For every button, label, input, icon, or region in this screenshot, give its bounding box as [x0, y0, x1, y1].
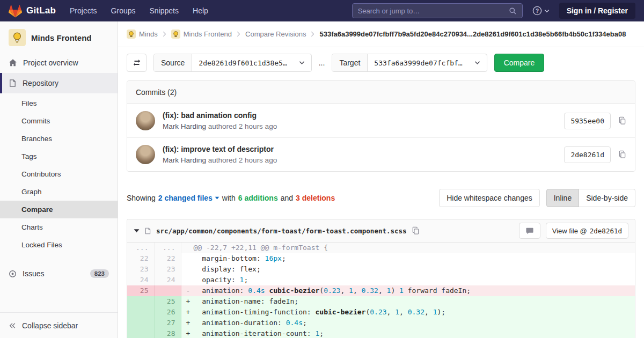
diff-line-del: 25- animation: 0.4s cubic-bezier(0.23, 1…: [127, 285, 635, 296]
sidebar-item-tags[interactable]: Tags: [0, 148, 118, 165]
nav-groups[interactable]: Groups: [111, 6, 136, 15]
issues-count-badge: 823: [90, 269, 109, 278]
diff-line-add: 25+ animation-name: fadeIn;: [127, 296, 635, 307]
chevron-right-icon: [311, 31, 314, 37]
commit-author-link[interactable]: Mark Harding: [163, 156, 206, 164]
sidebar-item-charts[interactable]: Charts: [0, 218, 118, 236]
diff-old-line-number[interactable]: [127, 307, 154, 318]
diff-new-line-number[interactable]: 28: [154, 328, 181, 338]
sidebar-item-label: Repository: [23, 79, 58, 87]
diff-line-marker: [186, 264, 194, 275]
copy-sha-button[interactable]: [618, 116, 626, 125]
diff-code-cell: margin-bottom: 16px;: [181, 253, 635, 264]
collapse-diff-caret-icon[interactable]: [134, 229, 140, 233]
source-ref-dropdown[interactable]: 2de8261d9f601c1d38e5…: [192, 54, 311, 71]
copy-path-button[interactable]: [412, 226, 420, 235]
search-input[interactable]: [358, 7, 509, 15]
diff-table: ...... @@ -22,7 +22,11 @@ m-formToast {2…: [127, 243, 635, 338]
diff-stats-text: and: [281, 194, 293, 202]
diff-line-marker: +: [186, 296, 194, 307]
commit-title-link[interactable]: (fix): bad animation config: [163, 111, 557, 120]
sidebar-item-graph[interactable]: Graph: [0, 183, 118, 201]
commit-author-link[interactable]: Mark Harding: [163, 122, 206, 130]
diff-code-cell: opacity: 1;: [181, 275, 635, 285]
commit-author-avatar[interactable]: [136, 145, 155, 164]
sidebar-item-commits[interactable]: Commits: [0, 112, 118, 130]
sidebar-item-locked-files[interactable]: Locked Files: [0, 236, 118, 254]
diff-line-add: 27+ animation-duration: 0.4s;: [127, 318, 635, 328]
source-ref-group: Source 2de8261d9f601c1d38e5…: [153, 54, 312, 72]
swap-icon: [133, 58, 141, 67]
sidebar-item-project-overview[interactable]: Project overview: [0, 53, 118, 73]
diff-new-line-number[interactable]: 26: [154, 307, 181, 318]
chevron-right-icon: [237, 31, 240, 37]
commit-sha-button[interactable]: 5935ee00: [564, 113, 611, 129]
diff-code-cell: @@ -22,7 +22,11 @@ m-formToast {: [181, 243, 635, 253]
diff-old-line-number[interactable]: 24: [127, 275, 154, 285]
sidebar-item-compare[interactable]: Compare: [0, 201, 118, 218]
swap-revisions-button[interactable]: [127, 54, 147, 72]
changed-files-dropdown[interactable]: 2 changed files: [158, 194, 219, 202]
diff-new-line-number[interactable]: 23: [154, 264, 181, 275]
global-search[interactable]: [352, 3, 523, 18]
deletions-count: 3 deletions: [296, 194, 335, 202]
diff-new-line-number[interactable]: 27: [154, 318, 181, 328]
main-content: Minds Minds Frontend Compare Revisions 5…: [118, 21, 644, 338]
diff-old-line-number[interactable]: 23: [127, 264, 154, 275]
commits-header: Commits (2): [127, 81, 635, 104]
nav-snippets[interactable]: Snippets: [150, 6, 179, 15]
diff-new-line-number[interactable]: 25: [154, 296, 181, 307]
chevron-down-icon: [474, 61, 480, 65]
project-header[interactable]: Minds Frontend: [0, 21, 118, 53]
collapse-sidebar-button[interactable]: Collapse sidebar: [0, 312, 118, 338]
collapse-sidebar-label: Collapse sidebar: [22, 321, 78, 330]
diff-new-line-number[interactable]: 24: [154, 275, 181, 285]
breadcrumb-group-label: Minds: [139, 30, 158, 38]
sidebar-item-issues[interactable]: Issues 823: [0, 263, 118, 284]
breadcrumb-current: 533fa6a3999de07fcfbff7b9a5fd20e84c270934…: [319, 30, 626, 38]
hide-whitespace-button[interactable]: Hide whitespace changes: [439, 189, 540, 207]
sidebar-item-branches[interactable]: Branches: [0, 130, 118, 148]
search-icon[interactable]: [509, 7, 517, 15]
diff-line-marker: [186, 243, 194, 253]
diff-new-line-number[interactable]: 22: [154, 253, 181, 264]
breadcrumb-group[interactable]: Minds: [127, 30, 158, 39]
sidebar-item-label: Project overview: [23, 58, 78, 67]
target-ref-dropdown[interactable]: 533fa6a3999de07fcfbf…: [368, 54, 486, 71]
diff-old-line-number[interactable]: 25: [127, 285, 154, 296]
comment-icon: [525, 227, 534, 235]
diff-old-line-number[interactable]: [127, 328, 154, 338]
compare-button[interactable]: Compare: [494, 54, 545, 72]
breadcrumb-page[interactable]: Compare Revisions: [245, 30, 306, 38]
top-navbar: GitLab Projects Groups Snippets Help ?: [0, 0, 644, 21]
sidebar-item-contributors[interactable]: Contributors: [0, 165, 118, 183]
nav-projects[interactable]: Projects: [70, 6, 97, 15]
breadcrumb-project[interactable]: Minds Frontend: [171, 30, 232, 39]
view-file-label: View file @: [552, 227, 587, 235]
sign-in-button[interactable]: Sign in / Register: [559, 3, 635, 19]
breadcrumb-page-label: Compare Revisions: [245, 30, 306, 38]
side-by-side-view-button[interactable]: Side-by-side: [579, 189, 635, 207]
gitlab-home-link[interactable]: GitLab: [9, 4, 56, 18]
issues-icon: [9, 270, 17, 278]
copy-sha-button[interactable]: [618, 150, 626, 159]
source-ref-value: 2de8261d9f601c1d38e5…: [199, 59, 287, 67]
sidebar-item-repository[interactable]: Repository: [0, 73, 118, 93]
diff-old-line-number[interactable]: [127, 296, 154, 307]
sidebar-item-files[interactable]: Files: [0, 94, 118, 112]
diff-old-line-number[interactable]: [127, 318, 154, 328]
inline-view-button[interactable]: Inline: [546, 189, 579, 207]
diff-new-line-number[interactable]: [154, 285, 181, 296]
nav-help[interactable]: Help: [193, 6, 208, 15]
diff-file-path[interactable]: src/app/common/components/form-toast/for…: [156, 227, 407, 235]
commits-panel: Commits (2) (fix): bad animation config …: [127, 80, 635, 172]
brand-text: GitLab: [26, 5, 56, 16]
commit-author-avatar[interactable]: [136, 111, 155, 130]
diff-old-line-number[interactable]: 22: [127, 253, 154, 264]
commit-title-link[interactable]: (fix): improve text of descriptor: [163, 145, 557, 153]
help-menu[interactable]: ?: [532, 6, 550, 16]
diff-code-cell: + animation-name: fadeIn;: [181, 296, 635, 307]
commit-sha-button[interactable]: 2de8261d: [564, 146, 611, 163]
toggle-comments-button[interactable]: [519, 223, 540, 239]
view-file-button[interactable]: View file @ 2de8261d: [546, 223, 628, 239]
